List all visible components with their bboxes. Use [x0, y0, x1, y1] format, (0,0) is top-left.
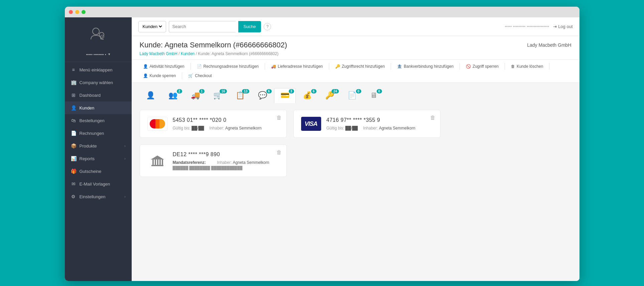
topbar-right: ••••• ••••••••• •••••••••••••••• ⇥ Log o…	[505, 24, 572, 29]
sidebar: ••••• •••••••• • ▾ ≡ Menü einklappen 🏢 C…	[65, 17, 132, 281]
sidebar-item-menu-collapse[interactable]: ≡ Menü einklappen	[65, 63, 132, 76]
tab-payments[interactable]: 3 💳	[274, 88, 296, 103]
mandate-value: ██████ ████████ ████████████	[173, 166, 279, 170]
delete-iban-button[interactable]: 🗑	[276, 150, 282, 156]
add-access-button[interactable]: 🔑 Zugriffsrecht hinzufügen	[332, 62, 388, 70]
tab-credits[interactable]: 6 💰	[296, 88, 318, 103]
visa-logo: VISA	[301, 117, 321, 131]
block-access-button[interactable]: 🚫 Zugriff sperren	[463, 62, 502, 70]
add-bank-button[interactable]: 🏦 Bankverbindung hinzufügen	[394, 62, 457, 70]
sidebar-item-label: Company wählen	[80, 80, 113, 85]
logout-button[interactable]: ⇥ Log out	[553, 24, 572, 29]
add-invoice-address-button[interactable]: 📄 Rechnungsadresse hinzufügen	[194, 62, 262, 70]
svg-rect-6	[157, 160, 158, 165]
keys-badge: 24	[332, 89, 339, 93]
payment-cards-list: 🗑 5453 01** **** *020 0	[140, 110, 571, 177]
contacts-badge: 2	[177, 89, 182, 93]
svg-marker-9	[151, 156, 164, 160]
tab-contacts[interactable]: 2 👥	[162, 88, 184, 103]
sidebar-item-kunden[interactable]: 👤 Kunden	[65, 101, 132, 114]
action-label: Kunde löschen	[517, 64, 543, 69]
search-input[interactable]	[169, 21, 236, 32]
minimize-button[interactable]	[75, 10, 79, 14]
sidebar-item-company[interactable]: 🏢 Company wählen	[65, 76, 132, 89]
delete-visa-button[interactable]: 🗑	[430, 115, 435, 121]
tabs-bar: 👤 2 👥 1 🚚 16 🛒 13	[132, 83, 579, 103]
action-label: Zugriffsrecht hinzufügen	[342, 64, 385, 69]
sidebar-item-label: Reports	[80, 156, 95, 161]
sidebar-logo	[65, 17, 132, 49]
bank-logo	[147, 154, 167, 168]
logout-label: Log out	[558, 24, 572, 29]
delete-customer-button[interactable]: 🗑 Kunde löschen	[508, 62, 546, 70]
page-header: Kunde: Agneta Semmelkorn (#66666666802) …	[132, 36, 579, 60]
tab-invoices[interactable]: 13 📋	[229, 88, 251, 103]
add-activity-button[interactable]: 👤 Aktivität hinzufügen	[140, 62, 188, 70]
profile-icon: 👤	[146, 91, 155, 100]
card-body: 5453 01** **** *020 0 Gültig bis: ██/██ …	[147, 117, 279, 131]
holder-label: Inhaber:	[217, 160, 232, 165]
card-body: VISA 4716 97** **** *355 9 Gültig bis: █…	[301, 117, 433, 131]
chevron-right-icon: ›	[124, 157, 125, 161]
bestellungen-icon: 🛍	[71, 118, 76, 123]
docs-icon: 📄	[348, 91, 357, 100]
title-bar	[65, 7, 579, 17]
svg-rect-4	[152, 160, 154, 165]
mandate-row: Mandatsreferenz: Inhaber: Agneta Semmelk…	[173, 160, 279, 165]
sidebar-item-rechnungen[interactable]: 📄 Rechnungen	[65, 127, 132, 139]
tab-delivery[interactable]: 1 🚚	[184, 88, 206, 103]
settings-icon: ⚙	[71, 194, 76, 199]
svg-rect-8	[162, 160, 163, 165]
company-badge: Lady Macbeth GmbH	[527, 42, 571, 48]
sidebar-item-einstellungen[interactable]: ⚙ Einstellungen ›	[65, 190, 132, 203]
block-customer-button[interactable]: 👤 Kunde sperren	[140, 72, 179, 80]
tab-messages[interactable]: 6 💬	[252, 88, 273, 103]
invoice-icon: 📄	[197, 64, 202, 69]
delete-mastercard-button[interactable]: 🗑	[276, 115, 282, 121]
holder-label: Inhaber:	[210, 126, 224, 130]
sidebar-item-bestellungen[interactable]: 🛍 Bestellungen	[65, 114, 132, 127]
sidebar-item-reports[interactable]: 📊 Reports ›	[65, 152, 132, 165]
contacts-icon: 👥	[168, 91, 177, 100]
breadcrumb-kunden[interactable]: Kunden	[181, 51, 195, 56]
entity-selector[interactable]: Kunden	[138, 21, 166, 32]
tab-orders[interactable]: 16 🛒	[207, 88, 229, 103]
delivery-icon: 🚚	[191, 91, 200, 100]
sidebar-user[interactable]: ••••• •••••••• • ▾	[65, 49, 132, 62]
add-delivery-address-button[interactable]: 🚚 Lieferadresse hinzufügen	[268, 62, 326, 70]
svg-point-0	[93, 28, 99, 35]
action-toolbar: 👤 Aktivität hinzufügen 📄 Rechnungsadress…	[132, 60, 579, 83]
separator	[460, 63, 460, 70]
bank-icon: 🏦	[397, 64, 402, 69]
checkout-button[interactable]: 🛒 Checkout	[185, 72, 215, 80]
maximize-button[interactable]	[82, 10, 86, 14]
rechnungen-icon: 📄	[71, 130, 76, 136]
messages-icon: 💬	[258, 91, 267, 100]
sidebar-item-email-vorlagen[interactable]: ✉ E-Mail Vorlagen	[65, 178, 132, 190]
sidebar-nav: ≡ Menü einklappen 🏢 Company wählen ⊞ Das…	[65, 63, 132, 281]
cart-icon: 🛒	[188, 73, 193, 78]
valid-value: ██/██	[191, 126, 204, 130]
close-button[interactable]	[69, 10, 73, 14]
mandate-label: Mandatsreferenz:	[173, 160, 206, 165]
separator	[391, 63, 391, 70]
credits-badge: 6	[311, 89, 316, 93]
sidebar-item-dashboard[interactable]: ⊞ Dashboard	[65, 89, 132, 101]
action-label: Zugriff sperren	[473, 64, 499, 69]
sidebar-item-gutscheine[interactable]: 🎁 Gutscheine	[65, 165, 132, 178]
tab-docs[interactable]: 0 📄	[341, 88, 363, 103]
docs-badge: 0	[356, 89, 361, 93]
breadcrumb-home[interactable]: Lady Macbeth GmbH	[140, 51, 177, 56]
tab-screens[interactable]: 0 🖥	[364, 88, 384, 103]
sidebar-item-produkte[interactable]: 📦 Produkte ›	[65, 139, 132, 152]
reports-icon: 📊	[71, 156, 76, 161]
action-label: Checkout	[195, 73, 212, 78]
menu-icon: ≡	[71, 67, 76, 72]
tab-keys[interactable]: 24 🔑	[319, 88, 341, 103]
search-button[interactable]: Suche	[238, 21, 261, 32]
screens-badge: 0	[377, 89, 382, 93]
card-holder: Inhaber: Agneta Semmelkorn	[210, 126, 262, 130]
entity-dropdown[interactable]: Kunden	[141, 24, 163, 29]
tab-profile[interactable]: 👤	[140, 88, 161, 103]
help-button[interactable]: ?	[264, 23, 271, 30]
